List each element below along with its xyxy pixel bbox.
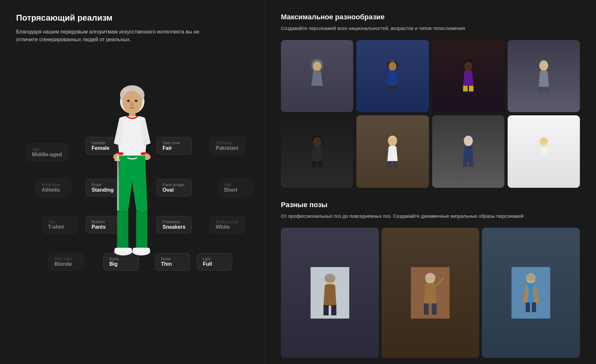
person-thumb-4[interactable] xyxy=(508,40,580,112)
attr-label-hair: Hair xyxy=(224,182,247,187)
person-thumb-5[interactable] xyxy=(281,115,353,187)
left-title: Потрясающий реализм xyxy=(16,13,248,23)
attr-value-lips: Full xyxy=(203,261,226,267)
svg-rect-47 xyxy=(463,161,468,167)
attr-label-bodytype: Body type xyxy=(42,182,65,187)
svg-rect-17 xyxy=(133,248,150,253)
attr-value-haircolor: Blonde xyxy=(55,261,78,267)
poses-title: Разные позы xyxy=(281,201,580,209)
poses-section: Разные позы От профессиональных поз до п… xyxy=(281,201,580,358)
left-panel: Потрясающий реализм Благодаря нашим пере… xyxy=(0,0,264,364)
attr-tag-haircolor: Hair colorBlonde xyxy=(48,253,84,271)
svg-rect-40 xyxy=(318,161,322,168)
svg-rect-13 xyxy=(136,211,147,250)
svg-rect-35 xyxy=(539,87,543,92)
right-panel: Максимальное разнообразие Создавайте пер… xyxy=(264,0,596,364)
diversity-section: Максимальное разнообразие Создавайте пер… xyxy=(281,13,580,188)
svg-rect-52 xyxy=(544,156,548,160)
poses-grid xyxy=(281,228,580,358)
attr-tag-bodytype: Body typeAthletic xyxy=(35,179,71,196)
pose-thumb-3[interactable] xyxy=(482,228,580,358)
svg-point-34 xyxy=(540,62,548,71)
attr-tag-hair: HairShort xyxy=(218,179,253,196)
person-thumb-6[interactable] xyxy=(356,115,429,187)
svg-rect-12 xyxy=(117,211,128,250)
svg-point-38 xyxy=(313,137,321,147)
svg-point-4 xyxy=(127,100,130,102)
person-thumb-1[interactable] xyxy=(281,40,353,112)
attr-value-bodytype: Athletic xyxy=(42,187,65,193)
svg-rect-51 xyxy=(540,156,543,160)
person-thumb-8[interactable] xyxy=(508,115,580,187)
character-figure xyxy=(92,66,173,285)
svg-rect-18 xyxy=(114,159,120,161)
svg-rect-11 xyxy=(117,156,119,210)
attr-label-ethnicity: Ethnicity xyxy=(216,140,239,145)
svg-rect-44 xyxy=(393,161,398,168)
attr-tag-background: BackgroundWhite xyxy=(210,216,245,234)
attr-value-background: White xyxy=(216,224,239,230)
svg-rect-43 xyxy=(387,161,392,168)
attr-label-age: Age xyxy=(32,147,62,152)
pose-thumb-1[interactable] xyxy=(281,228,379,358)
svg-point-46 xyxy=(464,137,472,146)
svg-rect-39 xyxy=(312,161,316,168)
attr-tag-age: AgeMiddle-aged xyxy=(26,143,68,161)
svg-point-50 xyxy=(540,138,548,144)
svg-rect-23 xyxy=(318,86,323,92)
svg-point-55 xyxy=(324,274,335,283)
diversity-title: Максимальное разнообразие xyxy=(281,13,580,21)
svg-point-5 xyxy=(135,100,137,102)
poses-desc: От профессиональных поз до повседневных … xyxy=(281,212,580,220)
pose-thumb-2[interactable] xyxy=(382,228,480,358)
attr-tag-lips: LipsFull xyxy=(197,253,232,271)
attr-label-top: Top xyxy=(48,219,71,224)
diversity-grid xyxy=(281,40,580,188)
attr-label-haircolor: Hair color xyxy=(55,256,78,261)
svg-rect-61 xyxy=(424,303,429,315)
character-scene: AgeMiddle-agedGenderFemaleSkin toneFairE… xyxy=(16,53,248,311)
svg-point-21 xyxy=(313,62,321,71)
svg-rect-48 xyxy=(469,161,473,167)
svg-rect-32 xyxy=(469,86,473,91)
svg-rect-31 xyxy=(463,86,468,91)
svg-rect-62 xyxy=(432,303,437,315)
attr-value-ethnicity: Pakistani xyxy=(216,145,239,151)
svg-rect-15 xyxy=(114,248,132,253)
svg-point-30 xyxy=(464,62,472,71)
svg-rect-67 xyxy=(532,302,536,312)
person-thumb-3[interactable] xyxy=(432,40,504,112)
svg-point-65 xyxy=(526,273,536,281)
svg-rect-56 xyxy=(323,305,329,315)
person-thumb-7[interactable] xyxy=(432,115,504,187)
person-thumb-2[interactable] xyxy=(356,40,429,112)
svg-rect-22 xyxy=(311,86,316,92)
svg-point-60 xyxy=(425,273,435,282)
attr-value-hair: Short xyxy=(224,187,247,193)
diversity-desc: Создавайте персонажей всех национальност… xyxy=(281,24,580,32)
attr-value-age: Middle-aged xyxy=(32,152,62,158)
svg-rect-36 xyxy=(544,87,549,92)
attr-value-top: T-shirt xyxy=(48,224,71,230)
attr-tag-top: TopT-shirt xyxy=(42,216,77,234)
left-subtitle: Благодаря нашим передовым алгоритмам иск… xyxy=(16,28,210,43)
svg-rect-27 xyxy=(388,86,392,91)
svg-rect-66 xyxy=(526,302,530,312)
svg-rect-28 xyxy=(393,86,397,91)
svg-rect-57 xyxy=(331,305,336,315)
attr-label-lips: Lips xyxy=(203,256,226,261)
svg-point-42 xyxy=(388,137,397,147)
attr-tag-ethnicity: EthnicityPakistani xyxy=(210,137,245,155)
attr-label-background: Background xyxy=(216,219,239,224)
svg-point-26 xyxy=(389,62,396,71)
